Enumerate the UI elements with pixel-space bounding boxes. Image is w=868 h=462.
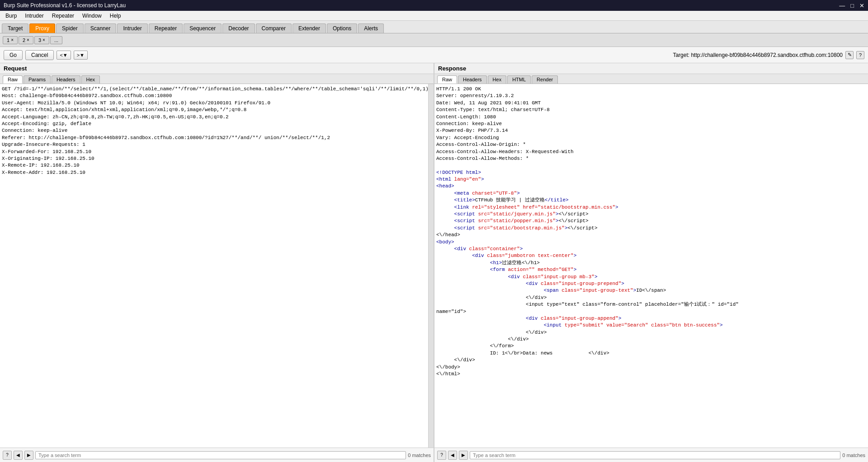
nav-prev-button[interactable]: <▼	[57, 51, 71, 60]
menu-help[interactable]: Help	[106, 12, 125, 19]
page-tab-more[interactable]: ...	[50, 36, 62, 44]
nav-next-button[interactable]: >▼	[74, 51, 88, 60]
tab-target[interactable]: Target	[2, 23, 28, 33]
tab-proxy[interactable]: Proxy	[29, 23, 55, 33]
tab-alerts[interactable]: Alerts	[358, 23, 384, 33]
page-tab-1-label: 1	[7, 37, 9, 43]
menu-repeater[interactable]: Repeater	[48, 12, 78, 19]
response-search-bar: ? ◀ ▶ 0 matches	[434, 448, 868, 462]
request-text-content[interactable]: GET /?id=-1/**/union/**/select/**/1,(sel…	[0, 84, 428, 448]
response-search-input[interactable]	[470, 451, 840, 459]
response-panel-header: Response	[434, 63, 868, 74]
request-panel-header: Request	[0, 63, 434, 74]
target-info: Target: http://challenge-bf09b84c446b897…	[673, 51, 864, 59]
app-title: Burp Suite Professional v1.6 - licensed …	[4, 2, 126, 9]
tab-spider[interactable]: Spider	[56, 23, 84, 33]
page-tab-1[interactable]: 1 ×	[3, 36, 18, 44]
response-tab-hex[interactable]: Hex	[488, 75, 507, 84]
request-tab-headers[interactable]: Headers	[52, 75, 80, 84]
response-search-next[interactable]: ▶	[459, 451, 468, 460]
menu-window[interactable]: Window	[79, 12, 105, 19]
main-tab-bar: Target Proxy Spider Scanner Intruder Rep…	[0, 21, 868, 33]
response-tab-html[interactable]: HTML	[507, 75, 531, 84]
page-tab-2-label: 2	[23, 37, 25, 43]
request-search-bar: ? ◀ ▶ 0 matches	[0, 448, 434, 462]
page-tab-more-label: ...	[54, 37, 58, 43]
page-tab-2[interactable]: 2 ×	[19, 36, 33, 44]
tab-options[interactable]: Options	[327, 23, 357, 33]
request-search-help[interactable]: ?	[3, 451, 12, 460]
content-area: Request Raw Params Headers Hex GET /?id=…	[0, 63, 868, 462]
tab-intruder[interactable]: Intruder	[117, 23, 147, 33]
tab-sequencer[interactable]: Sequencer	[184, 23, 222, 33]
tab-repeater[interactable]: Repeater	[149, 23, 183, 33]
tab-comparer[interactable]: Comparer	[256, 23, 292, 33]
request-tab-raw[interactable]: Raw	[3, 75, 23, 84]
target-help-button[interactable]: ?	[856, 51, 864, 59]
edit-target-button[interactable]: ✎	[845, 51, 854, 59]
request-panel: Request Raw Params Headers Hex GET /?id=…	[0, 63, 434, 462]
response-search-prev[interactable]: ◀	[448, 451, 457, 460]
menu-bar: Burp Intruder Repeater Window Help	[0, 11, 868, 21]
request-tab-params[interactable]: Params	[24, 75, 51, 84]
response-tab-render[interactable]: Render	[532, 75, 558, 84]
response-search-help[interactable]: ?	[437, 451, 446, 460]
response-tab-headers[interactable]: Headers	[458, 75, 487, 84]
maximize-button[interactable]: □	[850, 2, 854, 9]
window-controls[interactable]: — □ ✕	[839, 2, 864, 9]
page-tab-bar: 1 × 2 × 3 × ...	[0, 33, 868, 47]
toolbar: Go Cancel <▼ >▼ Target: http://challenge…	[0, 47, 868, 63]
tab-scanner[interactable]: Scanner	[85, 23, 117, 33]
request-search-next[interactable]: ▶	[24, 451, 33, 460]
request-sub-tabs: Raw Params Headers Hex	[0, 74, 434, 84]
menu-burp[interactable]: Burp	[2, 12, 20, 19]
response-search-matches: 0 matches	[842, 453, 865, 458]
title-bar: Burp Suite Professional v1.6 - licensed …	[0, 0, 868, 11]
page-tab-3-close[interactable]: ×	[42, 37, 45, 42]
request-scrollbar[interactable]	[428, 84, 434, 448]
page-tab-3-label: 3	[38, 37, 41, 43]
request-tab-hex[interactable]: Hex	[81, 75, 100, 84]
request-content-wrapper: GET /?id=-1/**/union/**/select/**/1,(sel…	[0, 84, 434, 448]
page-tab-2-close[interactable]: ×	[27, 37, 29, 42]
close-button[interactable]: ✕	[859, 2, 864, 9]
response-text-content[interactable]: HTTP/1.1 200 OK Server: openresty/1.19.3…	[434, 84, 868, 448]
minimize-button[interactable]: —	[839, 2, 845, 9]
tab-decoder[interactable]: Decoder	[222, 23, 255, 33]
menu-intruder[interactable]: Intruder	[21, 12, 47, 19]
cancel-button[interactable]: Cancel	[25, 50, 54, 60]
request-search-matches: 0 matches	[408, 453, 431, 458]
page-tab-1-close[interactable]: ×	[11, 37, 14, 42]
go-button[interactable]: Go	[4, 50, 23, 60]
page-tab-3[interactable]: 3 ×	[34, 36, 49, 44]
response-panel: Response Raw Headers Hex HTML Render HTT…	[434, 63, 868, 462]
response-sub-tabs: Raw Headers Hex HTML Render	[434, 74, 868, 84]
request-search-input[interactable]	[35, 451, 406, 459]
tab-extender[interactable]: Extender	[292, 23, 326, 33]
request-search-prev[interactable]: ◀	[14, 451, 23, 460]
response-tab-raw[interactable]: Raw	[437, 75, 457, 84]
target-label: Target: http://challenge-bf09b84c446b897…	[673, 52, 843, 58]
